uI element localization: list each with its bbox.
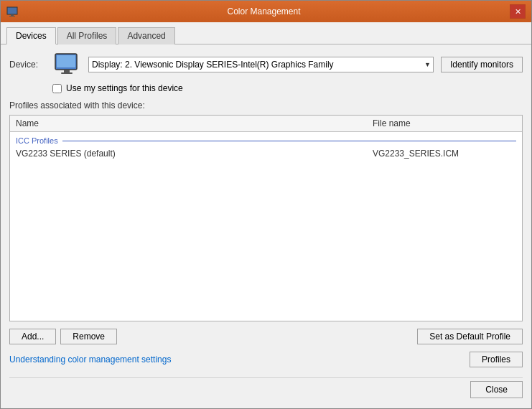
svg-rect-0 [7,7,17,14]
add-button[interactable]: Add... [9,329,56,344]
set-default-profile-button[interactable]: Set as Default Profile [417,329,523,344]
close-button[interactable]: Close [470,381,523,398]
checkbox-row: Use my settings for this device [52,83,523,93]
actions-row: Add... Remove Set as Default Profile [9,329,523,344]
profiles-section-label: Profiles associated with this device: [9,100,523,111]
window-close-button[interactable]: ✕ [510,4,526,19]
table-row[interactable]: VG2233 SERIES (default) VG2233_SERIES.IC… [10,146,522,161]
profile-name: VG2233 SERIES (default) [16,149,373,159]
title-bar-controls: ✕ [510,4,526,19]
device-label: Device: [9,60,45,70]
title-bar: Color Management ✕ [1,1,531,22]
window-title: Color Management [18,6,510,17]
color-management-window: Color Management ✕ Devices All Profiles … [0,0,532,409]
col-filename-header: File name [373,118,516,128]
icc-group-header: ICC Profiles [10,135,522,146]
close-row: Close [9,377,523,400]
icc-group-label: ICC Profiles [16,136,58,145]
monitor-icon [52,53,81,76]
remove-button[interactable]: Remove [60,329,117,344]
help-link[interactable]: Understanding color management settings [9,354,171,365]
device-select-wrapper: Display: 2. Viewsonic Display SERIES-Int… [88,57,434,72]
tab-bar: Devices All Profiles Advanced [1,22,531,44]
table-header: Name File name [10,116,522,132]
svg-rect-5 [64,70,70,72]
tab-all-profiles[interactable]: All Profiles [57,27,117,44]
svg-rect-1 [11,14,14,16]
bottom-row: Understanding color management settings … [9,352,523,370]
col-name-header: Name [16,118,373,128]
profiles-section: Profiles associated with this device: Na… [9,100,523,321]
svg-rect-2 [9,16,15,17]
main-content: Device: Display: 2. Viewsonic Display SE… [1,44,531,408]
table-body: ICC Profiles VG2233 SERIES (default) VG2… [10,132,522,164]
device-select[interactable]: Display: 2. Viewsonic Display SERIES-Int… [88,57,434,72]
device-row: Device: Display: 2. Viewsonic Display SE… [9,53,523,76]
svg-rect-6 [61,72,73,74]
profile-filename: VG2233_SERIES.ICM [373,149,516,159]
tab-devices[interactable]: Devices [6,27,56,44]
use-my-settings-label: Use my settings for this device [66,83,183,93]
identify-monitors-button[interactable]: Identify monitors [441,57,523,72]
tab-advanced[interactable]: Advanced [118,27,174,44]
profiles-table: Name File name ICC Profiles VG2233 SERIE… [9,115,523,321]
svg-rect-4 [57,55,75,67]
use-my-settings-checkbox[interactable] [52,84,62,93]
profiles-button[interactable]: Profiles [470,352,523,367]
window-icon [6,6,18,17]
